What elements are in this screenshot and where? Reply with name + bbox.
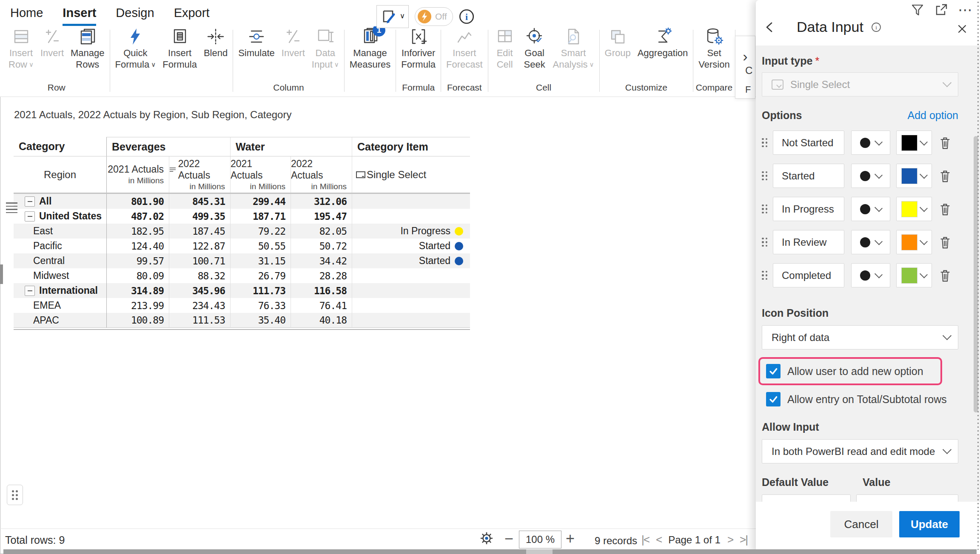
first-page-button[interactable]: |< (641, 533, 649, 546)
drag-handle-icon[interactable] (762, 171, 769, 181)
status-cell[interactable] (352, 283, 470, 298)
horizontal-scrollbar[interactable] (3, 549, 977, 554)
option-name-input[interactable] (773, 230, 844, 254)
ribbon-button-blend[interactable]: Blend (200, 26, 231, 60)
popout-icon[interactable] (934, 3, 949, 17)
color-swatch (902, 235, 917, 250)
delete-icon[interactable] (939, 202, 952, 216)
drag-handle-icon[interactable] (762, 205, 769, 214)
zoom-in-button[interactable]: + (566, 530, 575, 548)
update-button[interactable]: Update (899, 511, 960, 537)
ribbon-button-insert-row: InsertRow∨ (5, 26, 37, 71)
settings-gear-icon[interactable] (479, 531, 494, 546)
panel-info-icon[interactable]: i (871, 22, 881, 32)
table-row-united-states: United States487.02499.35187.71195.47 (14, 209, 470, 224)
option-color-select[interactable] (896, 230, 932, 254)
option-shape-select[interactable] (851, 197, 890, 221)
value-cell: 50.72 (291, 239, 352, 253)
option-color-select[interactable] (896, 263, 932, 287)
option-name-input[interactable] (773, 131, 844, 155)
collapse-toggle-icon[interactable] (25, 211, 35, 222)
ribbon-button-inforiver-formula[interactable]: InforiverFormula (398, 26, 439, 71)
status-label: Started (419, 255, 450, 267)
delete-icon[interactable] (939, 169, 952, 183)
back-icon[interactable] (763, 20, 777, 34)
status-cell[interactable]: Started (352, 239, 470, 253)
last-page-button[interactable]: >| (740, 533, 747, 546)
option-shape-select[interactable] (851, 131, 890, 155)
collapse-toggle-icon[interactable] (25, 286, 35, 296)
more-options-icon[interactable]: ⋯ (958, 3, 973, 17)
ribbon-button-quick-formula[interactable]: QuickFormula∨ (112, 26, 160, 71)
drag-handle-icon[interactable] (762, 271, 769, 280)
option-name-input[interactable] (773, 263, 844, 287)
measure-header[interactable]: 2021 Actualsin Millions (230, 156, 291, 193)
cancel-button[interactable]: Cancel (830, 511, 892, 537)
filter-icon[interactable] (910, 3, 925, 17)
status-cell[interactable] (352, 313, 470, 328)
allow-total-rows-checkbox[interactable] (766, 392, 781, 406)
option-color-select[interactable] (896, 197, 932, 221)
option-shape-select[interactable] (851, 164, 890, 188)
status-cell[interactable] (352, 298, 470, 313)
ribbon-button-manage-measures[interactable]: 1ManageMeasures (346, 26, 394, 71)
ribbon-button-set-version[interactable]: SetVersion (695, 26, 733, 71)
left-scroll-indicator[interactable] (0, 264, 3, 284)
tab-design[interactable]: Design (116, 6, 154, 26)
delete-icon[interactable] (939, 268, 952, 283)
edit-mode-button[interactable]: ∨ (376, 5, 409, 28)
info-icon[interactable]: i (459, 9, 474, 24)
input-column-header[interactable]: Single Select (352, 156, 470, 193)
ribbon-group-formula: InforiverFormulaFormula (396, 26, 441, 94)
chevron-down-icon (874, 137, 882, 145)
option-color-select[interactable] (896, 131, 932, 155)
measure-header[interactable]: 2021 Actualsin Millions (106, 156, 169, 193)
option-shape-select[interactable] (851, 230, 890, 254)
value-cell: 35.40 (230, 313, 291, 328)
option-shape-select[interactable] (851, 263, 890, 287)
status-cell[interactable]: Started (352, 253, 470, 268)
option-name-input[interactable] (773, 197, 844, 221)
delete-icon[interactable] (939, 235, 952, 250)
zoom-level-input[interactable]: 100 % (519, 531, 561, 548)
measure-header[interactable]: 2022 Actualsin Millions (291, 156, 352, 193)
ribbon-button-manage-rows[interactable]: ManageRows (67, 26, 108, 71)
add-option-link[interactable]: Add option (907, 109, 958, 122)
allow-input-select[interactable]: In both PowerBI read and edit mode (762, 439, 958, 463)
status-cell[interactable]: In Progress (352, 224, 470, 239)
default-value-select[interactable]: Static (762, 494, 851, 502)
row-drag-grip[interactable] (6, 202, 17, 213)
column-menu-icon[interactable] (169, 166, 177, 173)
ribbon-button-insert-formula[interactable]: InsertFormula (159, 26, 200, 71)
tab-export[interactable]: Export (174, 6, 210, 26)
ribbon-button-simulate[interactable]: Simulate (235, 26, 278, 60)
chevron-down-icon (874, 237, 882, 245)
drag-handle-icon[interactable] (762, 238, 769, 247)
delete-icon[interactable] (939, 136, 952, 150)
panel-scrollbar-track[interactable] (977, 2, 979, 550)
ribbon-button-aggregation[interactable]: Aggregation (634, 26, 692, 60)
input-type-select[interactable]: Single Select (762, 72, 958, 97)
status-cell[interactable] (352, 194, 470, 209)
measure-header[interactable]: 2022 Actualsin Millions (169, 156, 230, 193)
next-page-button[interactable]: > (727, 533, 733, 546)
option-color-select[interactable] (896, 164, 932, 188)
tab-insert[interactable]: Insert (63, 6, 96, 26)
close-icon[interactable] (955, 22, 969, 36)
option-name-input[interactable] (773, 164, 844, 188)
prev-page-button[interactable]: < (656, 533, 661, 546)
value-input[interactable] (856, 494, 958, 502)
collapse-toggle-icon[interactable] (25, 196, 35, 207)
visual-drag-handle[interactable] (7, 485, 23, 505)
options-label: Options (762, 109, 802, 122)
allow-add-option-checkbox[interactable] (766, 364, 781, 378)
horizontal-scrollbar-thumb[interactable] (526, 549, 553, 554)
status-cell[interactable] (352, 268, 470, 283)
tab-home[interactable]: Home (10, 6, 43, 26)
drag-handle-icon[interactable] (762, 138, 769, 148)
zoom-out-button[interactable]: − (504, 530, 513, 548)
status-cell[interactable] (352, 209, 470, 224)
icon-position-select[interactable]: Right of data (762, 325, 958, 349)
live-toggle[interactable]: Off (415, 7, 453, 26)
ribbon-button-goal-seek[interactable]: GoalSeek (520, 26, 550, 71)
